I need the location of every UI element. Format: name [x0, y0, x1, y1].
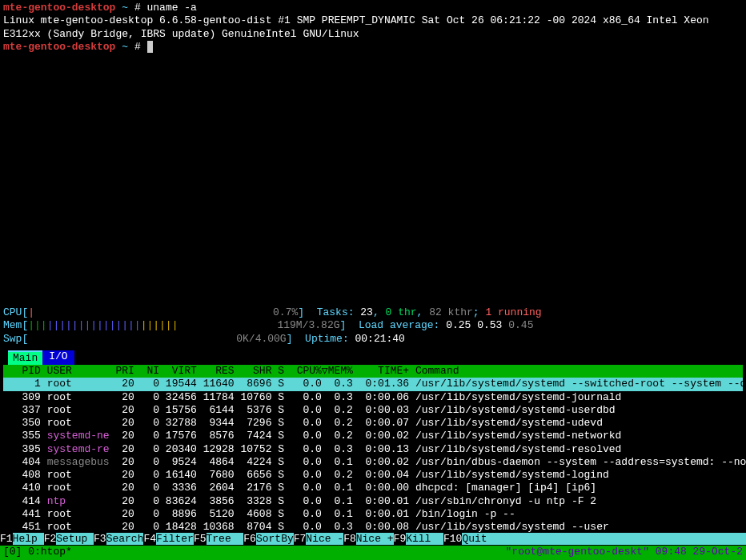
mem-meter: Mem[||||||||||||||||||||||||119M/3.82G] …	[3, 319, 743, 332]
fkey-num: F6	[243, 533, 256, 545]
tab-main[interactable]: Main	[8, 350, 42, 365]
fkey-num: F4	[143, 533, 156, 545]
process-row[interactable]: 395 systemd-re 20 0 20340 12928 10752 S …	[3, 443, 743, 456]
process-row[interactable]: 1 root 20 0 19544 11640 8696 S 0.0 0.3 0…	[3, 378, 743, 390]
fkey-num: F5	[194, 533, 207, 545]
process-row[interactable]: 414 ntp 20 0 83624 3856 3328 S 0.0 0.1 0…	[3, 495, 743, 508]
tmux-status-bar[interactable]: [0] 0:htop* "root@mte-gentoo-deskt" 09:4…	[0, 546, 746, 560]
prompt-line-1: mte-gentoo-desktop ~ # uname -a	[3, 2, 743, 14]
process-header[interactable]: PID USER PRI NI VIRT RES SHR S CPU%▽MEM%…	[3, 365, 743, 378]
fkey-kill[interactable]: Kill	[406, 533, 443, 545]
fkey-bar: F1Help F2Setup F3SearchF4FilterF5Tree F6…	[0, 533, 746, 546]
fkey-quit[interactable]: Quit	[462, 533, 487, 545]
prompt-symbol: #	[134, 41, 141, 53]
htop-tabs: Main I/O	[3, 350, 743, 365]
process-row[interactable]: 404 messagebus 20 0 9524 4864 4224 S 0.0…	[3, 456, 743, 469]
fkey-search[interactable]: Search	[106, 533, 144, 545]
process-row[interactable]: 408 root 20 0 16140 7680 6656 S 0.0 0.2 …	[3, 469, 743, 482]
fkey-nice -[interactable]: Nice -	[306, 533, 343, 545]
fkey-num: F1	[0, 533, 13, 545]
cursor-icon	[147, 41, 154, 53]
fkey-sortby[interactable]: SortBy	[256, 533, 294, 545]
fkey-num: F8	[343, 533, 356, 545]
fkey-setup[interactable]: Setup	[56, 533, 94, 545]
prompt-line-2[interactable]: mte-gentoo-desktop ~ #	[3, 41, 743, 54]
tab-io[interactable]: I/O	[42, 350, 74, 365]
status-right: "root@mte-gentoo-deskt" 09:48 29-Oct-2	[506, 546, 743, 560]
status-left: [0] 0:htop*	[3, 546, 72, 560]
process-row[interactable]: 355 systemd-ne 20 0 17576 8576 7424 S 0.…	[3, 430, 743, 442]
fkey-num: F3	[94, 533, 106, 545]
process-row[interactable]: 350 root 20 0 32788 9344 7296 S 0.0 0.2 …	[3, 417, 743, 430]
cpu-meter: CPU[|0.7%] Tasks: 23, 0 thr, 82 kthr; 1 …	[3, 306, 743, 319]
prompt-symbol: #	[134, 2, 141, 14]
prompt-cwd: ~	[122, 2, 128, 14]
fkey-help[interactable]: Help	[13, 533, 44, 545]
swp-meter: Swp[0K/4.00G] Uptime: 00:21:40	[3, 333, 743, 346]
process-row[interactable]: 337 root 20 0 15756 6144 5376 S 0.0 0.2 …	[3, 404, 743, 417]
fkey-nice +[interactable]: Nice +	[356, 533, 394, 545]
process-row[interactable]: 441 root 20 0 8896 5120 4608 S 0.0 0.1 0…	[3, 508, 743, 521]
prompt-command: uname -a	[147, 2, 197, 14]
prompt-cwd: ~	[122, 41, 128, 53]
process-row[interactable]: 410 root 20 0 3336 2604 2176 S 0.0 0.1 0…	[3, 482, 743, 494]
fkey-num: F7	[294, 533, 307, 545]
prompt-host: mte-gentoo-desktop	[3, 2, 115, 14]
fkey-num: F10	[443, 533, 462, 545]
prompt-host: mte-gentoo-desktop	[3, 41, 115, 53]
terminal-top[interactable]: mte-gentoo-desktop ~ # uname -a Linux mt…	[0, 0, 746, 55]
process-row[interactable]: 309 root 20 0 32456 11784 10760 S 0.0 0.…	[3, 391, 743, 404]
uname-output: Linux mte-gentoo-desktop 6.6.58-gentoo-d…	[3, 14, 743, 41]
htop-pane[interactable]: CPU[|0.7%] Tasks: 23, 0 thr, 82 kthr; 1 …	[0, 306, 746, 560]
fkey-num: F2	[44, 533, 57, 545]
fkey-tree[interactable]: Tree	[207, 533, 244, 545]
fkey-filler	[487, 533, 746, 545]
fkey-filter[interactable]: Filter	[156, 533, 194, 545]
fkey-num: F9	[394, 533, 407, 545]
